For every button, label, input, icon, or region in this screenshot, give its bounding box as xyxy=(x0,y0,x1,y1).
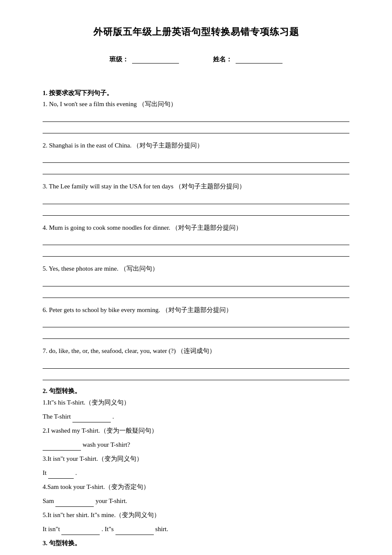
answer-line[interactable] xyxy=(43,358,349,369)
answer-line[interactable] xyxy=(43,317,349,327)
answer-line[interactable] xyxy=(43,164,349,174)
answer-line[interactable] xyxy=(43,276,349,286)
answer-line[interactable] xyxy=(43,194,349,204)
part1-header: 1. 按要求改写下列句子。 xyxy=(43,89,349,97)
question-2: 2. Shanghai is in the east of China. （对句… xyxy=(43,140,349,175)
class-input[interactable] xyxy=(132,56,179,64)
answer-line[interactable] xyxy=(43,123,349,133)
q3-answers xyxy=(43,194,349,216)
class-label: 班级： xyxy=(110,55,129,64)
question-6: 6. Peter gets to school by bike every mo… xyxy=(43,305,349,339)
p2-item-4-answer: Sam your T-shirt. xyxy=(43,495,349,507)
question-3: 3. The Lee family will stay in the USA f… xyxy=(43,181,349,216)
header-row: 班级： 姓名： xyxy=(43,55,349,64)
p2-item-5: 5.It isn"t her shirt. It"s mine.（变为同义句） xyxy=(43,509,349,521)
blank-2[interactable] xyxy=(43,443,81,451)
q1-answers xyxy=(43,112,349,133)
p2-item-5-answer: It isn"t . It"s shirt. xyxy=(43,523,349,535)
answer-line[interactable] xyxy=(43,235,349,245)
p2-item-2-answer: wash your T-shirt? xyxy=(43,439,349,451)
q1-text: 1. No, I won't see a film this evening （… xyxy=(43,99,349,110)
q4-text: 4. Mum is going to cook some noodles for… xyxy=(43,223,349,234)
q2-text: 2. Shanghai is in the east of China. （对句… xyxy=(43,140,349,151)
q5-text: 5. Yes, these photos are mine. （写出问句） xyxy=(43,263,349,275)
q3-text: 3. The Lee family will stay in the USA f… xyxy=(43,181,349,192)
part1-section: 1. 按要求改写下列句子。 1. No, I won't see a film … xyxy=(43,89,349,380)
q4-answers xyxy=(43,235,349,257)
blank-5b[interactable] xyxy=(115,527,154,535)
blank-4[interactable] xyxy=(55,499,94,507)
q7-text: 7. do, like, the, or, the, seafood, clea… xyxy=(43,346,349,357)
answer-line[interactable] xyxy=(43,329,349,339)
blank-5a[interactable] xyxy=(61,527,100,535)
name-input[interactable] xyxy=(236,56,282,64)
answer-line[interactable] xyxy=(43,288,349,298)
page-title: 外研版五年级上册英语句型转换易错专项练习题 xyxy=(43,26,349,38)
part2-header: 2. 句型转换。 xyxy=(43,387,349,395)
answer-line[interactable] xyxy=(43,246,349,257)
p2-item-3: 3.It isn"t your T-shirt.（变为同义句） xyxy=(43,453,349,465)
question-5: 5. Yes, these photos are mine. （写出问句） xyxy=(43,263,349,298)
answer-line[interactable] xyxy=(43,112,349,122)
answer-line[interactable] xyxy=(43,153,349,163)
p2-item-4: 4.Sam took your T-shirt.（变为否定句） xyxy=(43,481,349,493)
q7-answers xyxy=(43,358,349,380)
part3-header: 3. 句型转换。 xyxy=(43,539,349,547)
blank-3[interactable] xyxy=(48,471,74,479)
part3-section: 3. 句型转换。 xyxy=(43,539,349,547)
answer-line[interactable] xyxy=(43,370,349,380)
answer-line[interactable] xyxy=(43,205,349,216)
class-field: 班级： xyxy=(110,55,179,64)
p2-item-2: 2.I washed my T-shirt.（变为一般疑问句） xyxy=(43,425,349,436)
q6-text: 6. Peter gets to school by bike every mo… xyxy=(43,305,349,316)
question-4: 4. Mum is going to cook some noodles for… xyxy=(43,223,349,257)
p2-item-1-answer: The T-shirt . xyxy=(43,411,349,422)
name-field: 姓名： xyxy=(213,55,282,64)
question-7: 7. do, like, the, or, the, seafood, clea… xyxy=(43,346,349,380)
p2-item-3-answer: It . xyxy=(43,467,349,479)
blank-1[interactable] xyxy=(72,415,111,422)
q6-answers xyxy=(43,317,349,339)
name-label: 姓名： xyxy=(213,55,232,64)
q5-answers xyxy=(43,276,349,298)
q2-answers xyxy=(43,153,349,174)
p2-item-1: 1.It"s his T-shirt.（变为同义句） xyxy=(43,397,349,408)
question-1: 1. No, I won't see a film this evening （… xyxy=(43,99,349,133)
part2-section: 2. 句型转换。 1.It"s his T-shirt.（变为同义句） The … xyxy=(43,387,349,535)
